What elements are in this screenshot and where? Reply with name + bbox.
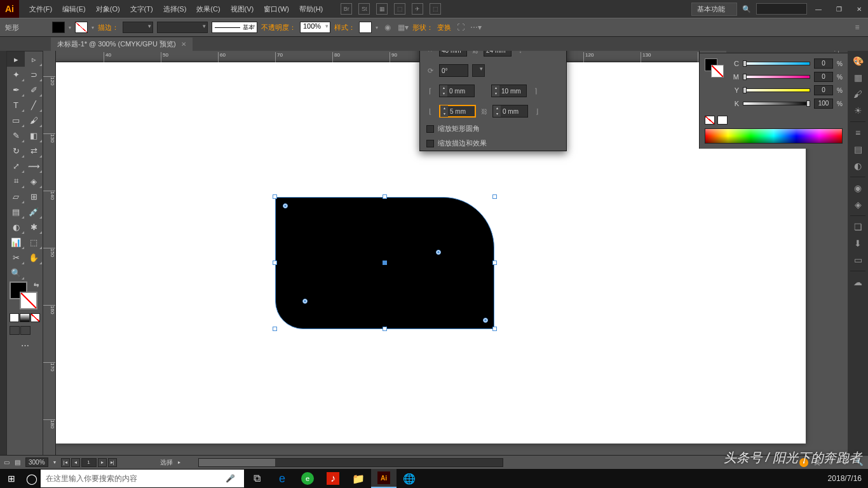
color-solid[interactable] — [10, 313, 19, 322]
ime-indicator[interactable]: • — [799, 458, 808, 467]
edit-toolbar-icon[interactable]: ⋯ — [7, 337, 43, 353]
fill-stroke-control[interactable]: ⇆ — [7, 280, 43, 312]
taskbar-illustrator[interactable]: Ai — [371, 469, 397, 488]
panel-none-swatch[interactable] — [705, 116, 715, 125]
dock-gradient-icon[interactable]: ▤ — [850, 142, 865, 157]
panel-menu-icon[interactable]: ≡ — [851, 22, 863, 33]
corner-widget-tl[interactable] — [283, 203, 288, 208]
taskbar-360[interactable]: e — [295, 469, 320, 488]
center-point[interactable] — [383, 261, 387, 265]
workspace-switcher[interactable]: 基本功能 — [691, 3, 737, 16]
sel-handle-ml[interactable] — [273, 261, 277, 265]
corner-widget-br[interactable] — [483, 318, 488, 323]
dock-graphic-styles-icon[interactable]: ◈ — [850, 197, 865, 212]
nav-page[interactable]: 1 — [81, 458, 97, 467]
menu-effect[interactable]: 效果(C) — [191, 4, 225, 14]
corner-bl-field[interactable]: ▴▾ — [439, 105, 476, 118]
menu-help[interactable]: 帮助(H) — [294, 4, 328, 14]
maximize-button[interactable]: ❐ — [830, 3, 848, 15]
zoom-tool[interactable]: 🔍 — [7, 265, 25, 280]
dock-libraries-icon[interactable]: ☁ — [850, 274, 865, 290]
dock-artboards-icon[interactable]: ▭ — [850, 252, 865, 268]
dock-stroke-icon[interactable]: ≡ — [850, 125, 865, 140]
y-slider[interactable] — [743, 87, 810, 93]
nav-first[interactable]: |◂ — [61, 458, 70, 467]
artboard-tool[interactable]: ⬚ — [25, 234, 43, 250]
taskbar-explorer[interactable]: 📁 — [346, 469, 371, 488]
moon-icon[interactable]: ☾ — [826, 458, 836, 468]
panel-menu-icon[interactable]: ≡ — [842, 51, 845, 53]
dock-color-icon[interactable]: 🎨 — [850, 53, 865, 69]
k-value[interactable]: 100 — [814, 98, 833, 109]
line-tool[interactable]: ╱ — [25, 97, 43, 112]
menu-type[interactable]: 文字(T) — [125, 4, 158, 14]
dock-asset-export-icon[interactable]: ⬇ — [850, 236, 865, 251]
sel-handle-br[interactable] — [492, 327, 497, 331]
color-spectrum[interactable] — [705, 128, 843, 144]
paintbrush-tool[interactable]: 🖌 — [25, 112, 43, 128]
scale-tool[interactable]: ⤢ — [7, 158, 25, 173]
perspective-tool[interactable]: ▱ — [7, 189, 25, 204]
taskbar-edge[interactable]: e — [269, 469, 295, 488]
reflect-tool[interactable]: ⇄ — [25, 143, 43, 158]
dock-appearance-icon[interactable]: ◉ — [850, 180, 865, 196]
sel-handle-tm[interactable] — [383, 194, 387, 199]
pen-tool[interactable]: ✒ — [7, 82, 25, 97]
menu-window[interactable]: 窗口(W) — [259, 4, 294, 14]
task-view-icon[interactable]: ⧉ — [244, 469, 269, 488]
opacity-label[interactable]: 不透明度： — [261, 23, 296, 32]
direct-selection-tool[interactable]: ▹ — [25, 51, 43, 67]
dock-brushes-icon[interactable]: 🖌 — [850, 86, 865, 102]
cortana-icon[interactable]: ◯ — [23, 473, 41, 485]
more-icon[interactable]: ⋯▾ — [470, 22, 482, 33]
m-value[interactable]: 0 — [814, 72, 833, 82]
taskbar-app[interactable]: 🌐 — [397, 469, 422, 488]
height-field[interactable] — [484, 51, 512, 57]
panel-collapse-icon[interactable]: ▸| — [834, 51, 839, 53]
panel-fill-stroke[interactable] — [705, 58, 726, 80]
rotate-preset-dropdown[interactable] — [472, 64, 485, 77]
panel-white-swatch[interactable] — [717, 116, 728, 125]
transform-link[interactable]: 变换 — [437, 23, 451, 32]
sel-handle-bm[interactable] — [383, 327, 387, 331]
link-wh-icon[interactable]: ⛓ — [471, 51, 480, 57]
y-value[interactable]: 0 — [814, 85, 833, 95]
mesh-tool[interactable]: ⊞ — [25, 189, 43, 204]
stroke-label[interactable]: 描边： — [98, 23, 119, 32]
column-graph-tool[interactable]: 📊 — [7, 234, 25, 250]
slice-tool[interactable]: ✂ — [7, 250, 25, 265]
dock-layers-icon[interactable]: ❏ — [850, 219, 865, 234]
sel-handle-mr[interactable] — [492, 261, 497, 265]
width-field[interactable] — [439, 51, 467, 57]
shape-builder-tool[interactable]: ◈ — [25, 173, 43, 189]
hand-tool[interactable]: ✋ — [25, 250, 43, 265]
doc-setup-icon[interactable]: ⬚ — [394, 3, 405, 15]
stroke-swatch[interactable] — [75, 22, 88, 33]
zoom-level[interactable]: 300% — [25, 458, 48, 467]
recolor-icon[interactable]: ◉ — [382, 22, 393, 33]
screen-full[interactable] — [20, 326, 31, 335]
nav-next[interactable]: ▸ — [98, 458, 107, 467]
width-tool[interactable]: ⟿ — [25, 158, 43, 173]
c-value[interactable]: 0 — [814, 58, 833, 69]
sel-handle-tr[interactable] — [492, 194, 497, 199]
stroke-var-dropdown[interactable] — [157, 22, 208, 33]
k-slider[interactable] — [743, 100, 810, 107]
dock-swatches-icon[interactable]: ▦ — [850, 70, 865, 85]
dock-symbols-icon[interactable]: ☀ — [850, 103, 865, 118]
style-swatch[interactable] — [359, 22, 372, 33]
sel-handle-bl[interactable] — [273, 327, 277, 331]
close-button[interactable]: ✕ — [850, 3, 868, 15]
type-tool[interactable]: T — [7, 97, 25, 112]
arrange-icon[interactable]: ▦ — [376, 3, 388, 15]
corner-widget-tr[interactable] — [436, 250, 441, 255]
corner-tl-field[interactable]: ▴▾ — [439, 85, 475, 97]
color-none[interactable] — [31, 313, 40, 322]
close-tab-icon[interactable]: ✕ — [181, 41, 186, 48]
search-icon[interactable]: 🔍 — [742, 5, 751, 13]
style-label[interactable]: 样式： — [334, 23, 355, 32]
c-slider[interactable] — [743, 60, 810, 67]
align-icon[interactable]: ▦▾ — [397, 22, 409, 33]
gradient-tool[interactable]: ▤ — [7, 204, 25, 219]
gpu-icon[interactable]: ✈ — [412, 3, 423, 15]
